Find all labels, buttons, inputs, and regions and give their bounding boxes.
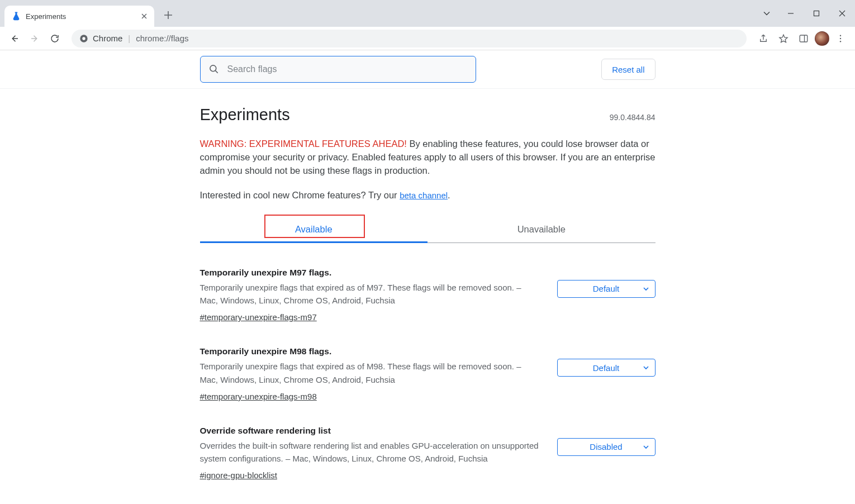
beta-prefix: Interested in cool new Chrome features? … bbox=[200, 190, 400, 200]
browser-tab-strip: Experiments bbox=[0, 0, 855, 27]
flag-dropdown[interactable]: Default bbox=[557, 280, 656, 298]
search-flags-field[interactable] bbox=[200, 56, 476, 83]
window-close-button[interactable] bbox=[829, 2, 855, 25]
chrome-icon bbox=[79, 34, 88, 43]
browser-tab-active[interactable]: Experiments bbox=[4, 6, 154, 27]
window-maximize-button[interactable] bbox=[804, 2, 829, 25]
flag-title: Override software rendering list bbox=[200, 426, 542, 436]
tab-title: Experiments bbox=[26, 12, 135, 21]
svg-point-6 bbox=[840, 41, 841, 42]
menu-icon[interactable] bbox=[832, 30, 849, 47]
forward-button[interactable] bbox=[26, 30, 44, 47]
omnibox-separator: | bbox=[128, 34, 130, 43]
flag-hash-link[interactable]: #temporary-unexpire-flags-m97 bbox=[200, 312, 317, 322]
flag-dropdown-value: Default bbox=[593, 284, 620, 293]
side-panel-icon[interactable] bbox=[795, 30, 813, 47]
svg-point-5 bbox=[840, 37, 841, 39]
tab-available[interactable]: Available bbox=[200, 216, 428, 243]
address-bar[interactable]: Chrome | chrome://flags bbox=[72, 30, 747, 47]
flag-title: Temporarily unexpire M98 flags. bbox=[200, 346, 542, 356]
flag-entry: Override software rendering list Overrid… bbox=[200, 426, 656, 481]
reset-all-label: Reset all bbox=[612, 65, 644, 74]
flag-hash-link[interactable]: #temporary-unexpire-flags-m98 bbox=[200, 392, 317, 401]
svg-rect-3 bbox=[800, 35, 808, 42]
tabs-dropdown-button[interactable] bbox=[756, 2, 778, 25]
share-icon[interactable] bbox=[754, 30, 772, 47]
beta-row: Interested in cool new Chrome features? … bbox=[200, 190, 656, 201]
browser-toolbar: Chrome | chrome://flags bbox=[0, 27, 855, 50]
window-controls bbox=[756, 0, 855, 27]
reset-all-button[interactable]: Reset all bbox=[601, 59, 655, 80]
beta-suffix: . bbox=[448, 190, 450, 200]
flag-entry: Temporarily unexpire M97 flags. Temporar… bbox=[200, 268, 656, 322]
flag-entry: Temporarily unexpire M98 flags. Temporar… bbox=[200, 346, 656, 401]
search-icon bbox=[208, 64, 220, 75]
flag-hash-link[interactable]: #ignore-gpu-blocklist bbox=[200, 470, 277, 480]
page-title: Experiments bbox=[200, 106, 290, 124]
svg-point-2 bbox=[82, 37, 85, 40]
flag-description: Temporarily unexpire flags that expired … bbox=[200, 281, 542, 307]
flask-icon bbox=[11, 11, 21, 21]
back-button[interactable] bbox=[6, 30, 23, 47]
bookmark-icon[interactable] bbox=[775, 30, 792, 47]
content-viewport[interactable]: Reset all Experiments 99.0.4844.84 WARNI… bbox=[0, 50, 855, 504]
svg-rect-0 bbox=[814, 11, 819, 16]
warning-heading: WARNING: EXPERIMENTAL FEATURES AHEAD! bbox=[200, 139, 407, 149]
window-minimize-button[interactable] bbox=[778, 2, 804, 25]
flag-dropdown-value: Disabled bbox=[590, 442, 622, 451]
omnibox-origin: Chrome bbox=[93, 34, 122, 43]
profile-avatar[interactable] bbox=[815, 31, 829, 46]
svg-point-4 bbox=[840, 35, 841, 36]
search-input[interactable] bbox=[226, 64, 468, 75]
flag-description: Overrides the built-in software renderin… bbox=[200, 439, 542, 465]
omnibox-url: chrome://flags bbox=[136, 34, 188, 43]
flag-title: Temporarily unexpire M97 flags. bbox=[200, 268, 542, 278]
flag-description: Temporarily unexpire flags that expired … bbox=[200, 360, 542, 386]
flag-dropdown-value: Default bbox=[593, 363, 620, 373]
tab-unavailable-label: Unavailable bbox=[517, 224, 566, 234]
version-label: 99.0.4844.84 bbox=[610, 113, 656, 122]
chevron-down-icon bbox=[643, 444, 649, 450]
warning-text: WARNING: EXPERIMENTAL FEATURES AHEAD! By… bbox=[200, 137, 656, 178]
flag-dropdown[interactable]: Default bbox=[557, 359, 656, 377]
close-icon[interactable] bbox=[140, 12, 149, 21]
beta-channel-link[interactable]: beta channel bbox=[400, 191, 448, 200]
tab-unavailable[interactable]: Unavailable bbox=[428, 216, 656, 243]
svg-point-7 bbox=[210, 65, 216, 72]
new-tab-button[interactable] bbox=[160, 7, 177, 23]
flags-tab-bar: Available Unavailable bbox=[200, 216, 656, 243]
reload-button[interactable] bbox=[46, 30, 64, 47]
flag-list: Temporarily unexpire M97 flags. Temporar… bbox=[200, 268, 656, 481]
tab-available-label: Available bbox=[295, 224, 332, 234]
chevron-down-icon bbox=[643, 286, 649, 292]
flag-dropdown[interactable]: Disabled bbox=[557, 438, 656, 456]
chevron-down-icon bbox=[643, 364, 649, 371]
tab-underline bbox=[200, 241, 428, 243]
